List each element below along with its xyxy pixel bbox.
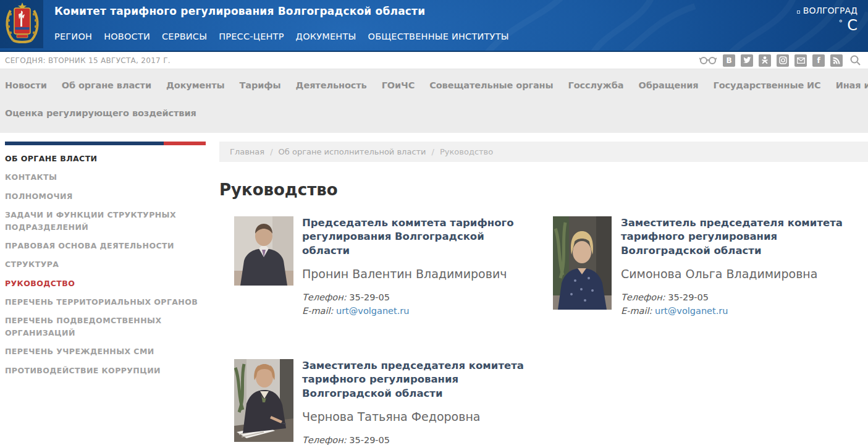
position-title: Председатель комитета тарифного регулиро… (302, 216, 529, 258)
vision-impaired-icon[interactable] (699, 54, 717, 67)
sidebar-item-leadership[interactable]: РУКОВОДСТВО (5, 278, 206, 289)
sidebar-item-tasks-functions[interactable]: ЗАДАЧИ И ФУНКЦИИ СТРУКТУРНЫХ ПОДРАЗДЕЛЕН… (5, 209, 206, 233)
sidebar-accent-strip (5, 142, 206, 145)
email-label: E-mail: (302, 306, 333, 316)
rss-icon[interactable] (830, 54, 843, 67)
contacts: Телефон: 35-29-05 E-mail: urt@volganet.r… (302, 291, 529, 318)
menu-state-is[interactable]: Государственные ИС (714, 80, 821, 90)
menu-civil-defense[interactable]: ГОиЧС (382, 80, 415, 90)
breadcrumb-home[interactable]: Главная (230, 147, 264, 156)
vk-icon[interactable]: В (723, 54, 735, 67)
phone-label: Телефон: (621, 292, 665, 302)
breadcrumb-separator: / (432, 147, 434, 156)
person-card-pronin: Председатель комитета тарифного регулиро… (234, 216, 529, 318)
photo-simonova (553, 216, 612, 318)
person-name: Симонова Ольга Владимировна (621, 267, 854, 281)
celsius-label: С (847, 17, 857, 34)
social-links: В f (699, 54, 862, 67)
menu-about-authority[interactable]: Об органе власти (62, 80, 151, 90)
breadcrumb: Главная / Об органе исполнительной власт… (219, 142, 868, 162)
odnoklassniki-icon[interactable] (759, 54, 771, 67)
person-card-simonova: Заместитель председателя комитета тарифн… (553, 216, 854, 318)
contacts: Телефон: 35-29-05 E-mail: urt@volganet.r… (621, 291, 854, 318)
main-navigation: РЕГИОН НОВОСТИ СЕРВИСЫ ПРЕСС-ЦЕНТР ДОКУМ… (54, 32, 509, 41)
nav-press-center[interactable]: ПРЕСС-ЦЕНТР (219, 32, 284, 41)
sidebar-item-anti-corruption[interactable]: ПРОТИВОДЕЙСТВИЕ КОРРУПЦИИ (5, 365, 206, 376)
phone-value: 35-29-05 (349, 292, 390, 302)
section-menu: Новости Об органе власти Документы Тариф… (0, 69, 868, 133)
page-title: Руководство (219, 180, 868, 199)
menu-civil-service[interactable]: Госслужба (568, 80, 624, 90)
breadcrumb-separator: / (270, 147, 272, 156)
phone-label: Телефон: (302, 292, 347, 302)
breadcrumb-current: Руководство (440, 147, 493, 156)
person-card-chernova: Заместитель председателя комитета тарифн… (234, 359, 529, 445)
phone-value: 35-29-05 (349, 435, 390, 445)
nav-region[interactable]: РЕГИОН (54, 32, 92, 41)
sidebar-item-territorial-bodies[interactable]: ПЕРЕЧЕНЬ ТЕРРИТОРИАЛЬНЫХ ОРГАНОВ (5, 296, 206, 308)
menu-documents[interactable]: Документы (166, 80, 225, 90)
nav-news[interactable]: НОВОСТИ (104, 32, 150, 41)
content-area: ОБ ОРГАНЕ ВЛАСТИ КОНТАКТЫ ПОЛНОМОЧИЯ ЗАД… (0, 133, 868, 445)
search-icon[interactable] (848, 54, 862, 67)
instagram-icon[interactable] (777, 54, 789, 67)
menu-advisory-bodies[interactable]: Совещательные органы (429, 80, 553, 90)
person-name: Пронин Валентин Владимирович (302, 267, 529, 281)
menu-regulatory-impact[interactable]: Оценка регулирующего воздействия (5, 108, 196, 118)
menu-tariffs[interactable]: Тарифы (239, 80, 280, 90)
sidebar-item-founded-media[interactable]: ПЕРЕЧЕНЬ УЧРЕЖДЕННЫХ СМИ (5, 345, 206, 357)
nav-documents[interactable]: ДОКУМЕНТЫ (296, 32, 356, 41)
main-column: Главная / Об органе исполнительной власт… (219, 142, 868, 445)
email-label: E-mail: (621, 306, 652, 316)
menu-activity[interactable]: Деятельность (296, 80, 367, 90)
sidebar-item-powers[interactable]: ПОЛНОМОЧИЯ (5, 190, 206, 202)
sidebar-item-legal-basis[interactable]: ПРАВОВАЯ ОСНОВА ДЕЯТЕЛЬНОСТИ (5, 240, 206, 252)
sidebar-item-about-authority[interactable]: ОБ ОРГАНЕ ВЛАСТИ (5, 153, 206, 164)
today-date: СЕГОДНЯ: ВТОРНИК 15 АВГУСТА, 2017 Г. (5, 56, 171, 65)
photo-chernova (234, 359, 293, 445)
section-menu-row-1: Новости Об органе власти Документы Тариф… (5, 69, 868, 90)
strip-red (164, 142, 206, 145)
site-title: Комитет тарифного регулирования Волгогра… (54, 5, 425, 17)
volgograd-oblast-coat-of-arms[interactable] (4, 2, 40, 44)
section-menu-row-2: Оценка регулирующего воздействия (5, 90, 868, 133)
twitter-icon[interactable] (741, 54, 753, 67)
nav-public-institutions[interactable]: ОБЩЕСТВЕННЫЕ ИНСТИТУТЫ (368, 32, 509, 41)
strip-blue (5, 142, 164, 145)
sidebar-item-structure[interactable]: СТРУКТУРА (5, 258, 206, 270)
position-title: Заместитель председателя комитета тарифн… (302, 359, 529, 400)
degree-sign: ° (839, 18, 843, 27)
leadership-cards: Председатель комитета тарифного регулиро… (219, 216, 868, 445)
email-icon[interactable] (794, 54, 807, 67)
breadcrumb-about-authority[interactable]: Об органе исполнительной власти (279, 147, 426, 156)
phone-label: Телефон: (302, 435, 347, 445)
nav-services[interactable]: СЕРВИСЫ (162, 32, 207, 41)
sidebar-item-contacts[interactable]: КОНТАКТЫ (5, 171, 206, 183)
sidebar: ОБ ОРГАНЕ ВЛАСТИ КОНТАКТЫ ПОЛНОМОЧИЯ ЗАД… (0, 142, 219, 445)
sidebar-menu: ОБ ОРГАНЕ ВЛАСТИ КОНТАКТЫ ПОЛНОМОЧИЯ ЗАД… (5, 153, 206, 376)
date-social-bar: СЕГОДНЯ: ВТОРНИК 15 АВГУСТА, 2017 Г. В (0, 52, 868, 69)
weather-city-label: ВОЛГОГРАД (803, 6, 857, 15)
weather-icon (797, 11, 800, 14)
menu-news[interactable]: Новости (5, 80, 47, 90)
menu-appeals[interactable]: Обращения (638, 80, 698, 90)
sidebar-item-subordinate-organizations[interactable]: ПЕРЕЧЕНЬ ПОДВЕДОМСТВЕННЫХ ОРГАНИЗАЦИЙ (5, 315, 206, 339)
weather-widget[interactable]: ВОЛГОГРАД ° С (797, 6, 857, 34)
contacts: Телефон: 35-29-05 E-mail: urt@volganet.r… (302, 434, 529, 445)
phone-value: 35-29-05 (668, 292, 709, 302)
facebook-icon[interactable]: f (812, 54, 825, 67)
email-link[interactable]: urt@volganet.ru (336, 306, 409, 316)
menu-other-info[interactable]: Иная информация (836, 80, 868, 90)
site-header: Комитет тарифного регулирования Волгогра… (0, 0, 868, 52)
person-name: Чернова Татьяна Федоровна (302, 410, 529, 423)
position-title: Заместитель председателя комитета тарифн… (621, 216, 854, 258)
photo-pronin (234, 216, 293, 318)
email-link[interactable]: urt@volganet.ru (655, 306, 728, 316)
